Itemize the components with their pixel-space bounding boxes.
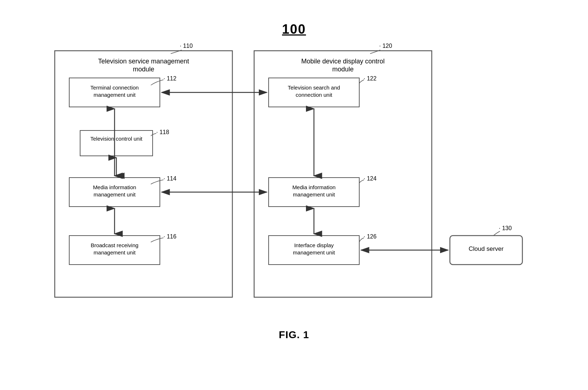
svg-text:· 118: · 118 (156, 129, 169, 135)
svg-text:management unit: management unit (94, 249, 136, 256)
svg-rect-27 (269, 178, 359, 207)
svg-text:Media information: Media information (93, 184, 136, 190)
svg-rect-4 (69, 78, 160, 107)
svg-text:Media information: Media information (292, 184, 335, 190)
svg-rect-19 (254, 51, 432, 297)
svg-text:Cloud server: Cloud server (469, 245, 504, 252)
svg-text:management unit: management unit (293, 249, 335, 256)
svg-text:Broadcast receiving: Broadcast receiving (91, 242, 138, 248)
svg-text:Television search and: Television search and (288, 84, 340, 91)
svg-text:· 114: · 114 (163, 175, 177, 182)
diagram-container: 100 Television service management module… (40, 22, 548, 348)
svg-text:Television control unit: Television control unit (90, 136, 142, 142)
svg-rect-0 (55, 51, 232, 297)
svg-text:module: module (133, 66, 154, 73)
svg-text:· 130: · 130 (499, 225, 512, 231)
svg-text:connection unit: connection unit (296, 92, 333, 98)
svg-rect-35 (450, 236, 522, 265)
svg-text:· 120: · 120 (379, 43, 392, 49)
svg-text:Mobile device display control: Mobile device display control (301, 58, 385, 65)
svg-text:· 110: · 110 (180, 43, 193, 49)
svg-rect-8 (80, 130, 153, 156)
svg-text:Terminal connection: Terminal connection (90, 84, 138, 91)
svg-text:· 112: · 112 (163, 75, 177, 82)
svg-text:management unit: management unit (293, 191, 335, 198)
diagram-title: 100 (282, 22, 306, 37)
svg-text:management unit: management unit (94, 191, 136, 198)
svg-text:· 122: · 122 (364, 75, 377, 82)
svg-rect-15 (69, 236, 160, 265)
svg-text:· 124: · 124 (364, 175, 377, 182)
svg-rect-11 (69, 178, 160, 207)
svg-text:management unit: management unit (94, 92, 136, 98)
fig-caption: FIG. 1 (279, 329, 309, 341)
svg-rect-31 (269, 236, 359, 265)
svg-rect-23 (269, 78, 359, 107)
svg-text:Television service management: Television service management (98, 58, 189, 65)
svg-text:· 126: · 126 (364, 233, 377, 240)
svg-text:Interface display: Interface display (294, 242, 334, 248)
svg-text:module: module (332, 66, 353, 73)
svg-text:· 116: · 116 (163, 233, 177, 240)
